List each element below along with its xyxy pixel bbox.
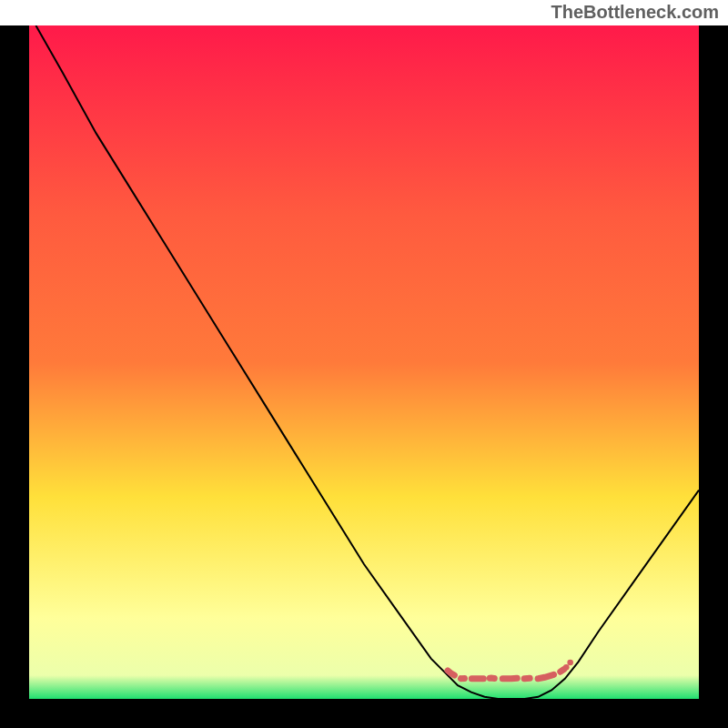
optimal-range-dot bbox=[563, 664, 570, 671]
svg-rect-1 bbox=[29, 25, 699, 699]
optimal-range-dot bbox=[567, 660, 573, 666]
chart-container: TheBottleneck.com bbox=[0, 0, 728, 728]
watermark-text: TheBottleneck.com bbox=[551, 2, 719, 23]
bottleneck-chart bbox=[0, 0, 728, 728]
